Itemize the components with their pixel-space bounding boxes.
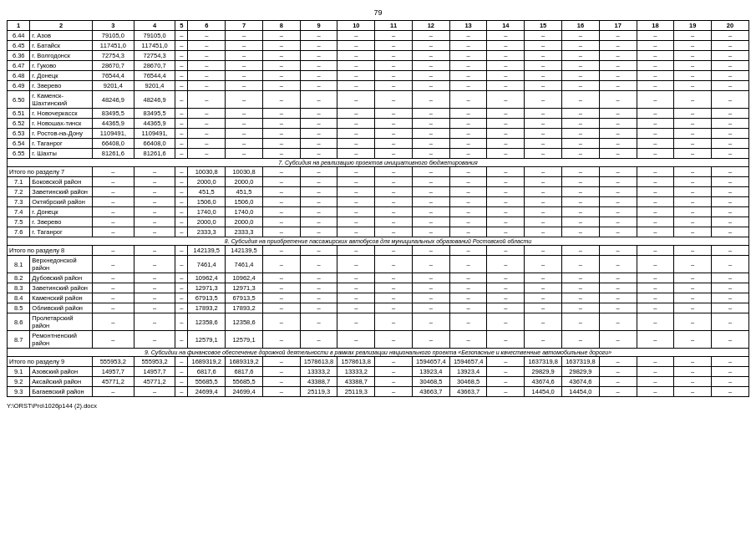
c19: – xyxy=(674,149,712,159)
c11: – xyxy=(375,197,413,207)
col-5: 5 xyxy=(175,21,188,31)
c9: – xyxy=(300,197,337,207)
c20: – xyxy=(712,303,749,313)
c7: 6817,6 xyxy=(226,367,263,377)
c12: – xyxy=(412,246,449,256)
c15: – xyxy=(525,273,562,283)
c9: 43388,7 xyxy=(300,377,337,387)
c13: – xyxy=(449,256,487,273)
c5: – xyxy=(175,357,188,367)
c18: – xyxy=(637,377,674,387)
c19: – xyxy=(674,119,712,129)
c15: – xyxy=(525,331,562,349)
row-num: 7.1 xyxy=(8,177,30,187)
c13: – xyxy=(449,303,487,313)
c17: – xyxy=(599,303,637,313)
c8: – xyxy=(262,273,300,283)
c4: – xyxy=(134,303,175,313)
c9: – xyxy=(300,61,337,71)
c20: – xyxy=(712,283,749,293)
c20: – xyxy=(712,256,749,273)
c18: – xyxy=(637,331,674,349)
table-row: 7.3 Октябрский район – – – 1506,0 1506,0… xyxy=(8,197,749,207)
c12: – xyxy=(412,197,449,207)
c13: – xyxy=(449,139,487,149)
c13: – xyxy=(449,91,487,109)
c19: – xyxy=(674,331,712,349)
c12: – xyxy=(412,227,449,237)
table-row: 6.44 г. Азов 79105,0 79105,0 – – – – – –… xyxy=(8,31,749,41)
c14: – xyxy=(487,177,525,187)
c3: 66408,0 xyxy=(92,139,134,149)
c11: – xyxy=(375,167,413,177)
c8: – xyxy=(262,313,300,331)
c6: 1740,0 xyxy=(188,207,226,217)
c18: – xyxy=(637,303,674,313)
c19: – xyxy=(674,207,712,217)
c3: – xyxy=(92,207,134,217)
c11: – xyxy=(375,51,413,61)
c10: – xyxy=(337,273,375,283)
c15: – xyxy=(525,139,562,149)
c9: – xyxy=(300,246,337,256)
c3: – xyxy=(92,256,134,273)
c7: – xyxy=(226,149,263,159)
c5: – xyxy=(175,293,188,303)
c8: – xyxy=(262,357,300,367)
c4: 66408,0 xyxy=(134,139,175,149)
c11: – xyxy=(375,81,413,91)
c6: – xyxy=(188,129,226,139)
c19: – xyxy=(674,81,712,91)
c5: – xyxy=(175,119,188,129)
c19: – xyxy=(674,357,712,367)
c7: 1506,0 xyxy=(226,197,263,207)
row-name: Багаевский район xyxy=(30,387,93,397)
c11: – xyxy=(375,331,413,349)
c19: – xyxy=(674,367,712,377)
row-num: 6.48 xyxy=(8,71,30,81)
c18: – xyxy=(637,91,674,109)
c13: – xyxy=(449,331,487,349)
row-name: Ремонтненский район xyxy=(30,331,93,349)
c13: – xyxy=(449,31,487,41)
c9: – xyxy=(300,177,337,187)
c6: 142139,5 xyxy=(188,246,226,256)
c7: – xyxy=(226,41,263,51)
c12: – xyxy=(412,91,449,109)
section-title: 8. Субсидия на приобретение пассажирских… xyxy=(8,237,749,246)
row-num: 7.4 xyxy=(8,207,30,217)
row-name: Пролетарский район xyxy=(30,313,93,331)
c12: – xyxy=(412,217,449,227)
c15: – xyxy=(525,149,562,159)
c13: – xyxy=(449,273,487,283)
page-container: 79 1 2 3 xyxy=(0,0,756,418)
c19: – xyxy=(674,377,712,387)
c3: – xyxy=(92,303,134,313)
c20: – xyxy=(712,139,749,149)
c4: – xyxy=(134,387,175,397)
c9: – xyxy=(300,71,337,81)
c5: – xyxy=(175,331,188,349)
c5: – xyxy=(175,109,188,119)
c19: – xyxy=(674,177,712,187)
c17: – xyxy=(599,227,637,237)
c10: 25119,3 xyxy=(337,387,375,397)
row-num: 6.45 xyxy=(8,41,30,51)
total-label: Итого по разделу 7 xyxy=(8,167,93,177)
c14: – xyxy=(487,31,525,41)
c9: – xyxy=(300,91,337,109)
c19: – xyxy=(674,51,712,61)
c5: – xyxy=(175,227,188,237)
c11: – xyxy=(375,109,413,119)
c8: – xyxy=(262,109,300,119)
col-1: 1 xyxy=(8,21,30,31)
c16: – xyxy=(562,246,600,256)
c11: – xyxy=(375,273,413,283)
c19: – xyxy=(674,273,712,283)
c4: 76544,4 xyxy=(134,71,175,81)
c8: – xyxy=(262,167,300,177)
c20: – xyxy=(712,177,749,187)
c13: – xyxy=(449,207,487,217)
c17: – xyxy=(599,387,637,397)
c3: – xyxy=(92,246,134,256)
